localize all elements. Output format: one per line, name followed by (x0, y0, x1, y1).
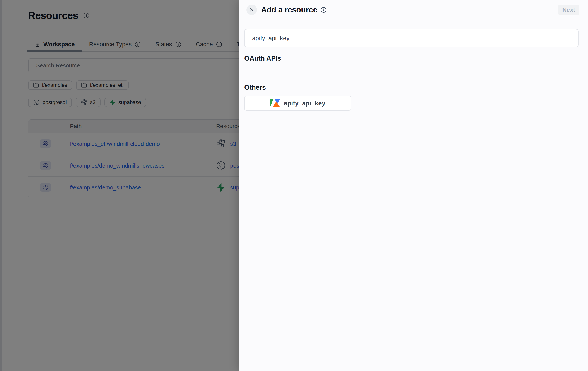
info-icon[interactable] (320, 7, 327, 13)
close-button[interactable] (246, 5, 257, 15)
app-root: Resources Workspace Resource T (0, 0, 588, 371)
drawer-header: Add a resource Next (239, 0, 588, 20)
drawer-body: OAuth APIs Others apify_api_key (239, 20, 588, 111)
apify-logo-icon (270, 99, 281, 108)
section-heading-oauth-apis: OAuth APIs (244, 55, 579, 62)
add-resource-drawer: Add a resource Next OAuth APIs Others (239, 0, 588, 371)
resource-type-card-apify[interactable]: apify_api_key (244, 96, 351, 111)
others-list: apify_api_key (244, 96, 579, 111)
resource-type-card-label: apify_api_key (284, 100, 325, 107)
oauth-apis-empty-list (244, 62, 579, 84)
section-heading-others: Others (244, 84, 579, 91)
resource-type-search-input[interactable] (244, 29, 579, 47)
drawer-title: Add a resource (261, 5, 317, 14)
next-button[interactable]: Next (558, 5, 579, 15)
